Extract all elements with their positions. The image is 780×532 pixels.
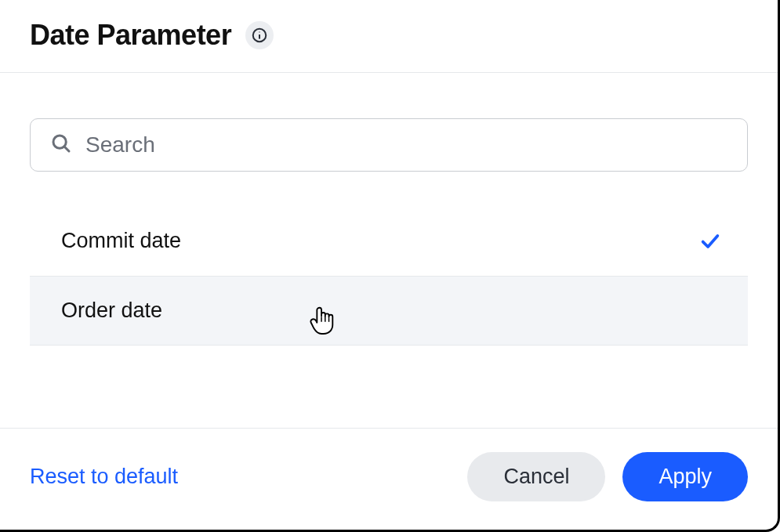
dialog-title: Date Parameter xyxy=(30,19,231,52)
search-icon xyxy=(49,132,73,158)
date-parameter-dialog: Date Parameter Commit date xyxy=(0,0,780,532)
option-order-date[interactable]: Order date xyxy=(30,276,748,346)
apply-button[interactable]: Apply xyxy=(622,452,748,501)
option-label: Order date xyxy=(61,299,162,323)
svg-point-2 xyxy=(259,31,260,32)
cancel-button[interactable]: Cancel xyxy=(467,452,605,501)
check-icon xyxy=(699,230,721,252)
info-icon[interactable] xyxy=(245,21,274,49)
option-label: Commit date xyxy=(61,229,181,253)
search-input[interactable] xyxy=(85,132,728,157)
dialog-header: Date Parameter xyxy=(0,0,778,73)
reset-to-default-link[interactable]: Reset to default xyxy=(30,465,178,489)
dialog-footer: Reset to default Cancel Apply xyxy=(0,428,778,530)
svg-line-4 xyxy=(64,147,69,151)
footer-buttons: Cancel Apply xyxy=(467,452,748,501)
dialog-body: Commit date Order date xyxy=(0,73,778,428)
options-list: Commit date Order date xyxy=(30,206,748,346)
option-commit-date[interactable]: Commit date xyxy=(30,206,748,276)
search-field-wrap[interactable] xyxy=(30,118,748,172)
